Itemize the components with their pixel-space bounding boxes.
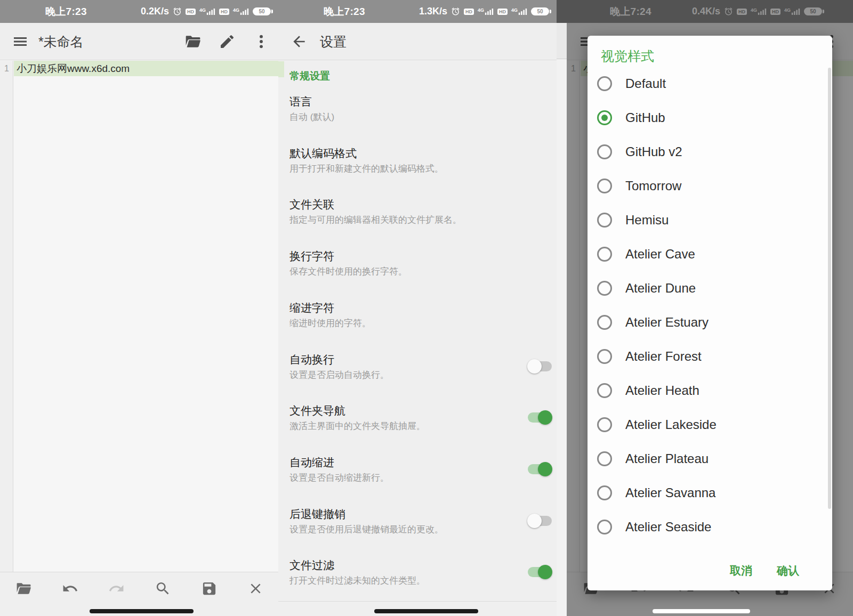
radio-icon[interactable] (597, 76, 612, 91)
style-option-label: Tomorrow (625, 169, 681, 203)
open-folder-icon[interactable] (15, 580, 32, 597)
gesture-bar[interactable] (90, 609, 194, 613)
hamburger-menu-icon[interactable] (12, 33, 29, 50)
status-bar: 晚上7:23 1.3K/sHD4GHD4G50 (278, 0, 557, 23)
style-option-atelier-estuary[interactable]: Atelier Estuary (588, 305, 828, 339)
toggle-thumb (538, 410, 552, 425)
settings-item-desc: 打开文件时过滤未知的文件类型。 (289, 574, 519, 587)
pencil-icon[interactable] (219, 33, 236, 50)
cancel-button[interactable]: 取消 (730, 563, 752, 578)
kebab-menu-icon[interactable] (253, 33, 270, 50)
search-icon[interactable] (155, 580, 171, 597)
network-speed: 0.2K/s (141, 6, 169, 17)
settings-item-desc: 设置是否使用后退键撤销最近的更改。 (289, 523, 519, 536)
redo-icon[interactable] (108, 580, 125, 597)
radio-icon[interactable] (597, 144, 612, 159)
close-icon[interactable] (247, 580, 264, 597)
radio-icon[interactable] (597, 349, 612, 364)
alarm-clock-icon (173, 7, 182, 16)
toggle-thumb (527, 514, 542, 528)
toggle-switch[interactable] (527, 410, 552, 425)
dialog-scrollbar[interactable] (828, 68, 831, 509)
gesture-bar[interactable] (653, 609, 750, 613)
style-option-atelier-forest[interactable]: Atelier Forest (588, 339, 828, 374)
active-line-highlight[interactable]: 小刀娱乐网www.x6d.com (14, 61, 278, 76)
style-option-label: Atelier Dune (625, 271, 696, 305)
status-bar: 晚上7:23 0.2K/sHD4GHD4G50 (0, 0, 278, 23)
toggle-switch[interactable] (527, 462, 552, 476)
style-option-github[interactable]: GitHub (588, 101, 828, 135)
app-bar: 设置 (278, 23, 557, 60)
settings-item-title: 换行字符 (289, 249, 334, 264)
open-folder-icon[interactable] (184, 33, 202, 50)
editor-area[interactable]: 小刀娱乐网www.x6d.com 1 (0, 61, 278, 572)
settings-item-1[interactable]: 语言自动 (默认) (278, 94, 557, 145)
editor-line-text[interactable]: 小刀娱乐网www.x6d.com (14, 61, 278, 76)
back-arrow-icon[interactable] (291, 33, 308, 50)
battery-icon: 50 (531, 7, 549, 15)
status-icons: 1.3K/sHD4GHD4G50 (419, 0, 549, 23)
toggle-thumb (538, 462, 552, 476)
divider (278, 601, 557, 602)
settings-item-5[interactable]: 缩进字符缩进时使用的字符。 (278, 301, 557, 352)
style-option-label: Atelier Lakeside (625, 408, 717, 442)
undo-icon[interactable] (62, 580, 78, 597)
save-icon[interactable] (201, 580, 218, 597)
settings-item-4[interactable]: 换行字符保存文件时使用的换行字符。 (278, 249, 557, 300)
style-option-label: Atelier Estuary (625, 305, 709, 339)
toggle-thumb (527, 359, 542, 374)
style-option-github-v2[interactable]: GitHub v2 (588, 135, 828, 169)
radio-icon[interactable] (597, 417, 612, 432)
settings-item-2[interactable]: 默认编码格式用于打开和新建文件的默认编码格式。 (278, 146, 557, 197)
radio-icon[interactable] (597, 247, 612, 262)
radio-icon[interactable] (597, 485, 612, 500)
settings-item-title: 自动换行 (289, 352, 334, 367)
radio-icon[interactable] (597, 383, 612, 398)
style-option-atelier-dune[interactable]: Atelier Dune (588, 271, 828, 305)
toggle-switch[interactable] (527, 359, 552, 374)
edge-sliver (557, 23, 567, 616)
radio-selected-icon[interactable] (597, 110, 612, 125)
confirm-button[interactable]: 确认 (777, 563, 799, 578)
settings-item-8[interactable]: 自动缩进设置是否自动缩进新行。 (278, 455, 557, 506)
style-option-hemisu[interactable]: Hemisu (588, 203, 828, 237)
radio-icon[interactable] (597, 281, 612, 296)
style-option-atelier-seaside[interactable]: Atelier Seaside (588, 510, 828, 544)
style-option-label: Atelier Cave (625, 237, 695, 271)
settings-item-desc: 缩进时使用的字符。 (289, 317, 519, 330)
style-option-atelier-plateau[interactable]: Atelier Plateau (588, 442, 828, 476)
radio-icon[interactable] (597, 315, 612, 330)
radio-icon[interactable] (597, 213, 612, 228)
radio-icon[interactable] (597, 179, 612, 193)
style-option-atelier-savanna[interactable]: Atelier Savanna (588, 476, 828, 510)
section-header: 常规设置 (289, 69, 330, 83)
toggle-switch[interactable] (527, 565, 552, 579)
radio-icon[interactable] (597, 451, 612, 466)
battery-icon: 50 (253, 7, 271, 15)
style-option-default[interactable]: Default (588, 67, 828, 101)
style-option-list: DefaultGitHubGitHub v2TomorrowHemisuAtel… (588, 67, 828, 544)
signal-4g-icon: 4G (511, 8, 527, 15)
style-option-label: Atelier Seaside (625, 510, 711, 544)
style-option-atelier-heath[interactable]: Atelier Heath (588, 374, 828, 408)
toggle-switch[interactable] (527, 514, 552, 528)
settings-item-title: 语言 (289, 94, 312, 109)
settings-item-7[interactable]: 文件夹导航激活主界面中的文件夹导航抽屉。 (278, 403, 557, 455)
style-option-label: Default (625, 67, 666, 101)
style-option-atelier-cave[interactable]: Atelier Cave (588, 237, 828, 271)
settings-item-3[interactable]: 文件关联指定与可用的编辑器相关联的文件扩展名。 (278, 197, 557, 248)
style-option-atelier-lakeside[interactable]: Atelier Lakeside (588, 408, 828, 442)
settings-item-6[interactable]: 自动换行设置是否启动自动换行。 (278, 352, 557, 403)
settings-item-title: 后退键撤销 (289, 507, 345, 522)
settings-item-title: 文件关联 (289, 197, 334, 212)
radio-icon[interactable] (597, 520, 612, 534)
style-option-label: Hemisu (625, 203, 669, 237)
gesture-bar[interactable] (374, 609, 478, 613)
screen: 晚上7:23 0.2K/sHD4GHD4G50 *未命名 小刀娱乐网www.x6… (0, 0, 853, 616)
line-number-gutter (0, 61, 13, 572)
editor-screen: 晚上7:23 0.2K/sHD4GHD4G50 *未命名 小刀娱乐网www.x6… (0, 0, 278, 616)
style-option-tomorrow[interactable]: Tomorrow (588, 169, 828, 203)
settings-item-desc: 设置是否启动自动换行。 (289, 369, 519, 382)
settings-item-9[interactable]: 后退键撤销设置是否使用后退键撤销最近的更改。 (278, 507, 557, 558)
style-option-label: GitHub (625, 101, 665, 135)
